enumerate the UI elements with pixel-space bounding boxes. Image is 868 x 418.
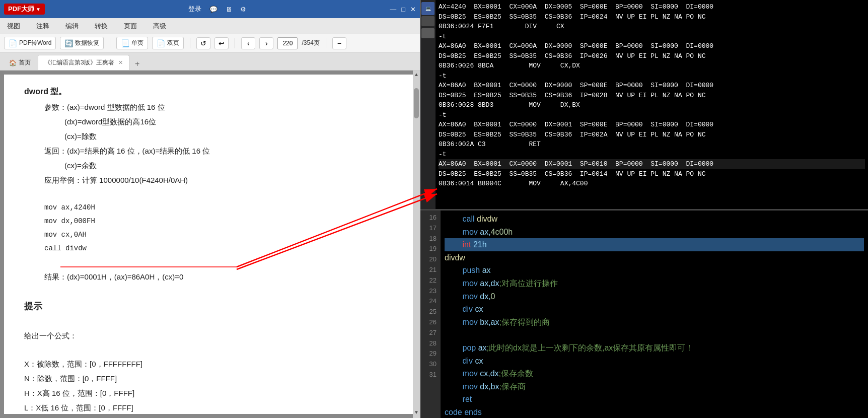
menu-view[interactable]: 视图 — [4, 20, 23, 33]
document-tab[interactable]: 《汇编语言第3版》王爽著 ✕ — [38, 55, 129, 70]
single-page-label: 单页 — [131, 39, 143, 47]
zoom-out-btn[interactable]: − — [332, 37, 346, 49]
line-num-25: 25 — [420, 307, 437, 317]
scroll-up-btn[interactable]: ▲ — [413, 71, 420, 78]
menu-edit[interactable]: 编辑 — [62, 20, 82, 33]
dbg-block-5-line3: 0B36:0014 B8004C MOV AX,4C00 — [439, 179, 865, 189]
pdf-panel: PDF大师 ▼ 登录 💬 🖥 ⚙ — □ ✕ 视图 注释 编辑 转换 页面 高级… — [0, 0, 420, 418]
minimize-btn[interactable]: — — [390, 6, 396, 13]
pdf-toolbar-right: — □ ✕ — [390, 6, 416, 13]
code-line-30: ret — [445, 393, 864, 406]
line-numbers: 16 17 18 19 20 21 22 23 24 25 26 27 28 2… — [420, 211, 441, 418]
pdf-formula-n: N：除数，范围：[0，FFFF] — [24, 372, 396, 385]
code-line-25 — [445, 328, 864, 341]
code-editor: 16 17 18 19 20 21 22 23 24 25 26 27 28 2… — [420, 211, 868, 418]
line-num-24: 24 — [420, 296, 437, 307]
dbg-block-3-line3: 0B36:0028 8BD3 MOV DX,BX — [439, 100, 865, 110]
pdf-line-2: (dx)=dword型数据的高16位 — [24, 115, 396, 128]
separator-4 — [326, 38, 326, 48]
close-btn[interactable]: ✕ — [410, 6, 416, 13]
file-icon-2[interactable] — [421, 28, 435, 38]
pdf-tabbar: 🏠 首页 《汇编语言第3版》王爽著 ✕ + — [0, 52, 420, 71]
sidebar-icons: 💻 — [420, 0, 436, 209]
add-tab-btn[interactable]: + — [131, 58, 143, 70]
line-num-31: 31 — [420, 370, 437, 380]
file-icon-1[interactable] — [421, 16, 435, 26]
data-recovery-btn[interactable]: 🔄 数据恢复 — [60, 37, 104, 49]
dbg-block-5-line2: DS=0B25 ES=0B25 SS=0B35 CS=0B36 IP=0014 … — [439, 169, 865, 179]
maximize-btn[interactable]: □ — [401, 6, 405, 13]
nav-undo[interactable]: ↩ — [214, 37, 229, 49]
chat-icon[interactable]: 💬 — [209, 6, 218, 13]
pdf-hint-heading: 提示 — [24, 298, 396, 314]
scroll-down-btn[interactable]: ▼ — [413, 408, 420, 416]
pdf-page: dword 型。 参数：(ax)=dword 型数据的低 16 位 (dx)=d… — [4, 75, 416, 414]
pdf-logo[interactable]: PDF大师 ▼ — [4, 4, 45, 15]
total-pages: /354页 — [302, 39, 319, 47]
double-page-btn[interactable]: 📄 双页 — [152, 37, 184, 49]
pdf-code-1: mov ax,4240H — [24, 201, 396, 214]
code-line-26: pop ax;此时的dx就是上一次剩下的余数,ax保存其原有属性即可！ — [445, 341, 864, 355]
pdf-content: dword 型。 参数：(ax)=dword 型数据的低 16 位 (dx)=d… — [0, 71, 420, 418]
code-line-22: mov dx,0 — [445, 290, 864, 303]
code-line-17: mov ax,4c00h — [445, 226, 864, 239]
line-num-27: 27 — [420, 328, 437, 338]
scroll-thumb[interactable] — [414, 88, 419, 118]
page-number-input[interactable] — [277, 37, 298, 49]
recovery-icon: 🔄 — [64, 39, 73, 47]
double-page-icon: 📄 — [157, 39, 165, 47]
menu-advanced[interactable]: 高级 — [150, 20, 169, 33]
separator-3 — [235, 38, 235, 48]
line-num-17: 17 — [420, 223, 437, 234]
pdf-logo-text: PDF大师 — [8, 5, 34, 14]
pdf-line-5: (cx)=余数 — [24, 159, 396, 172]
pdf-line-6: 应用举例：计算 1000000/10(F4240H/0AH) — [24, 173, 396, 187]
pdf-to-word-btn[interactable]: 📄 PDF转Word — [4, 37, 56, 49]
pdf-actionbar: 📄 PDF转Word 🔄 数据恢复 📃 单页 📄 双页 ↺ ↩ ‹ › /354… — [0, 34, 420, 52]
nav-next-page[interactable]: › — [259, 37, 273, 49]
screenshot-icon[interactable]: 🖥 — [226, 6, 232, 13]
pdf-line-1: 参数：(ax)=dword 型数据的低 16 位 — [24, 100, 396, 114]
code-line-21: mov ax,dx;对高位进行操作 — [445, 277, 864, 290]
pdf-to-word-label: PDF转Word — [19, 39, 51, 47]
code-line-29: mov dx,bx;保存商 — [445, 380, 864, 393]
pdf-menubar: 视图 注释 编辑 转换 页面 高级 — [0, 18, 420, 34]
computer-icon[interactable]: 💻 — [421, 2, 435, 15]
pdf-scrollbar[interactable]: ▲ ▼ — [413, 71, 420, 418]
nav-refresh[interactable]: ↺ — [196, 37, 210, 49]
document-tab-label: 《汇编语言第3版》王爽著 — [44, 58, 114, 67]
pdf-formula-h: H：X高 16 位，范围：[0，FFFF] — [24, 386, 396, 400]
settings-icon[interactable]: ⚙ — [240, 6, 246, 13]
nav-prev-page[interactable]: ‹ — [241, 37, 255, 49]
pdf-toolbar-center: 登录 💬 🖥 ⚙ — [49, 5, 386, 14]
pdf-code-3: mov cx,0AH — [24, 229, 396, 241]
separator-1 — [110, 38, 110, 48]
dbg-block-3-line2: DS=0B25 ES=0B25 SS=0B35 CS=0B36 IP=0028 … — [439, 91, 865, 101]
document-tab-close[interactable]: ✕ — [118, 59, 123, 66]
dbg-block-2-line1: AX=86A0 BX=0001 CX=000A DX=0000 SP=000E … — [439, 41, 865, 51]
line-num-26: 26 — [420, 317, 437, 328]
line-num-23: 23 — [420, 286, 437, 297]
code-line-23: div cx — [445, 303, 864, 316]
line-num-30: 30 — [420, 359, 437, 370]
pdf-toolbar-top: PDF大师 ▼ 登录 💬 🖥 ⚙ — □ ✕ — [0, 0, 420, 18]
login-link[interactable]: 登录 — [188, 5, 201, 14]
dbg-block-2-line2: DS=0B25 ES=0B25 SS=0B35 CS=0B36 IP=0026 … — [439, 51, 865, 61]
line-num-21: 21 — [420, 265, 437, 275]
home-tab[interactable]: 🏠 首页 — [4, 55, 36, 70]
word-icon: 📄 — [9, 39, 17, 47]
dbg-block-4-prompt: -t — [439, 150, 865, 160]
menu-page[interactable]: 页面 — [121, 20, 140, 33]
data-recovery-label: 数据恢复 — [75, 39, 99, 47]
dbg-block-4-line1: AX=86A0 BX=0001 CX=0000 DX=0001 SP=000E … — [439, 120, 865, 130]
single-page-btn[interactable]: 📃 单页 — [116, 37, 148, 49]
pdf-line-0: dword 型。 — [24, 85, 396, 99]
line-num-28: 28 — [420, 338, 437, 349]
menu-annotation[interactable]: 注释 — [33, 20, 52, 33]
dbg-block-1-line3: 0B36:0024 F7F1 DIV CX — [439, 22, 865, 32]
dbg-block-2-line3: 0B36:0026 8BCA MOV CX,DX — [439, 61, 865, 71]
pdf-line-4: 返回：(dx)=结果的高 16 位，(ax)=结果的低 16 位 — [24, 144, 396, 158]
pdf-formula-l: L：X低 16 位，范围：[0，FFFF] — [24, 401, 396, 414]
menu-convert[interactable]: 转换 — [92, 20, 111, 33]
separator-2 — [190, 38, 190, 48]
